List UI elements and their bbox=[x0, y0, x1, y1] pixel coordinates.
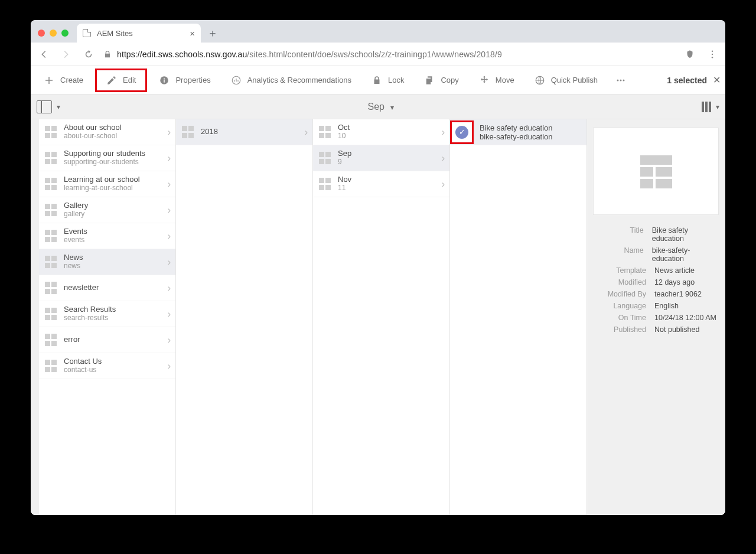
item-subtitle: search-results bbox=[64, 314, 162, 322]
svg-point-1 bbox=[712, 53, 713, 54]
reload-button[interactable] bbox=[80, 46, 97, 63]
chevron-down-icon: ▾ bbox=[716, 103, 719, 111]
item-title: Events bbox=[64, 227, 162, 236]
page-thumbnail-icon bbox=[319, 178, 332, 191]
column-2: Oct10›Sep9›Nov11› bbox=[313, 119, 450, 515]
browser-window: AEM Sites × ＋ https://edit.sws.schools.n… bbox=[31, 20, 725, 515]
page-thumbnail-icon bbox=[45, 334, 58, 347]
item-title: Sep bbox=[338, 149, 436, 158]
list-item[interactable]: error› bbox=[39, 327, 175, 353]
page-thumbnail-icon bbox=[45, 308, 58, 321]
page-thumbnail-icon bbox=[45, 282, 58, 295]
item-title: News bbox=[64, 253, 162, 262]
chevron-right-icon: › bbox=[168, 309, 171, 320]
chevron-right-icon: › bbox=[442, 179, 445, 190]
tab-close-icon[interactable]: × bbox=[190, 29, 195, 38]
list-item[interactable]: Gallerygallery› bbox=[39, 197, 175, 223]
item-title: newsletter bbox=[64, 283, 162, 292]
page-thumbnail-icon bbox=[45, 360, 58, 373]
column-0: About our schoolabout-our-school›Support… bbox=[39, 119, 176, 515]
item-subtitle: gallery bbox=[64, 210, 162, 219]
list-item[interactable]: newsletter› bbox=[39, 275, 175, 301]
copy-button[interactable]: Copy bbox=[416, 69, 467, 92]
rail-left-toggle[interactable]: ▾ bbox=[37, 100, 60, 113]
lock-icon bbox=[372, 75, 382, 86]
info-icon bbox=[159, 75, 170, 86]
ellipsis-icon bbox=[615, 74, 627, 86]
list-item-selected[interactable]: ✓Bike safety educationbike-safety-educat… bbox=[450, 119, 586, 145]
item-subtitle: learning-at-our-school bbox=[64, 184, 162, 193]
browser-tab[interactable]: AEM Sites × bbox=[77, 24, 201, 43]
list-item[interactable]: Contact Uscontact-us› bbox=[39, 353, 175, 379]
chevron-right-icon: › bbox=[168, 153, 171, 164]
chevron-right-icon: › bbox=[168, 257, 171, 268]
quick-publish-button[interactable]: Quick Publish bbox=[526, 69, 606, 92]
item-subtitle: contact-us bbox=[64, 366, 162, 374]
view-switcher[interactable]: ▾ bbox=[702, 102, 719, 112]
list-item[interactable]: About our schoolabout-our-school› bbox=[39, 119, 175, 145]
item-subtitle: news bbox=[64, 262, 162, 271]
more-actions-button[interactable] bbox=[610, 74, 632, 86]
list-item[interactable]: Oct10› bbox=[313, 119, 449, 145]
window-close-icon[interactable] bbox=[38, 30, 45, 37]
item-title: Search Results bbox=[64, 305, 162, 314]
check-icon: ✓ bbox=[455, 126, 468, 139]
page-thumbnail-icon bbox=[182, 126, 195, 139]
action-toolbar: Create Edit Properties Analytics & Recom… bbox=[31, 66, 725, 94]
svg-point-10 bbox=[623, 79, 625, 81]
item-subtitle: events bbox=[64, 236, 162, 245]
chevron-right-icon: › bbox=[442, 127, 445, 138]
selection-status: 1 selected ✕ bbox=[667, 74, 721, 86]
list-item[interactable]: Sep9› bbox=[313, 145, 449, 171]
item-title: Learning at our school bbox=[64, 175, 162, 184]
window-minimize-icon[interactable] bbox=[50, 30, 57, 37]
rail-title[interactable]: Sep ▾ bbox=[65, 102, 697, 112]
list-item[interactable]: 2018› bbox=[176, 119, 312, 145]
analytics-button[interactable]: Analytics & Recommendations bbox=[223, 69, 360, 92]
back-button[interactable] bbox=[35, 46, 52, 63]
selection-checkbox[interactable]: ✓ bbox=[450, 120, 474, 144]
account-icon[interactable] bbox=[682, 46, 698, 63]
chevron-right-icon: › bbox=[168, 179, 171, 190]
move-button[interactable]: Move bbox=[471, 69, 523, 92]
window-controls bbox=[35, 30, 72, 43]
edit-button[interactable]: Edit bbox=[95, 69, 147, 92]
column-1: 2018› bbox=[176, 119, 313, 515]
browser-menu-icon[interactable] bbox=[704, 46, 721, 63]
address-field[interactable]: https://edit.sws.schools.nsw.gov.au/site… bbox=[103, 50, 676, 59]
list-item[interactable]: Learning at our schoollearning-at-our-sc… bbox=[39, 171, 175, 197]
svg-rect-5 bbox=[164, 77, 165, 79]
lock-icon bbox=[103, 50, 112, 59]
page-thumbnail-icon bbox=[319, 126, 332, 139]
page-thumbnail-icon bbox=[45, 204, 58, 217]
page-thumbnail-icon bbox=[45, 126, 58, 139]
chevron-right-icon: › bbox=[168, 335, 171, 346]
chevron-right-icon: › bbox=[442, 153, 445, 164]
page-thumbnail-icon bbox=[45, 152, 58, 165]
column-browser: About our schoolabout-our-school›Support… bbox=[31, 119, 725, 515]
chevron-down-icon: ▾ bbox=[390, 103, 394, 112]
pencil-icon bbox=[106, 75, 117, 86]
forward-button[interactable] bbox=[58, 46, 74, 63]
clear-selection-button[interactable]: ✕ bbox=[713, 74, 721, 86]
item-title: Oct bbox=[338, 123, 436, 132]
list-item[interactable]: Nov11› bbox=[313, 171, 449, 197]
rail-bar: ▾ Sep ▾ ▾ bbox=[31, 94, 725, 119]
list-item[interactable]: Search Resultssearch-results› bbox=[39, 301, 175, 327]
chevron-right-icon: › bbox=[168, 231, 171, 242]
properties-button[interactable]: Properties bbox=[151, 69, 219, 92]
plus-icon bbox=[44, 75, 54, 86]
item-title: Contact Us bbox=[64, 357, 162, 366]
window-maximize-icon[interactable] bbox=[61, 30, 69, 37]
item-subtitle: 10 bbox=[338, 132, 436, 141]
svg-rect-4 bbox=[164, 79, 165, 82]
list-item[interactable]: Newsnews› bbox=[39, 249, 175, 275]
move-icon bbox=[479, 75, 490, 86]
list-item[interactable]: Eventsevents› bbox=[39, 223, 175, 249]
item-subtitle: bike-safety-education bbox=[480, 132, 582, 141]
new-tab-button[interactable]: ＋ bbox=[206, 26, 220, 40]
create-button[interactable]: Create bbox=[35, 69, 92, 92]
lock-button[interactable]: Lock bbox=[363, 69, 412, 92]
url-bar: https://edit.sws.schools.nsw.gov.au/site… bbox=[31, 43, 725, 66]
list-item[interactable]: Supporting our studentssupporting-our-st… bbox=[39, 145, 175, 171]
